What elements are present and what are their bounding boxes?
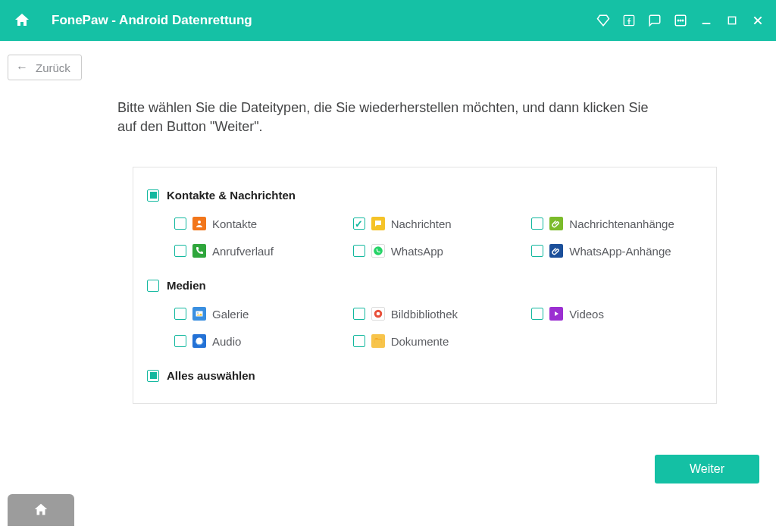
menu-icon[interactable] (673, 13, 688, 28)
item-galerie[interactable]: Galerie (174, 307, 346, 321)
back-label: Zurück (36, 61, 70, 74)
item-label: Galerie (212, 308, 249, 321)
checkbox[interactable] (174, 308, 186, 320)
back-button[interactable]: ← Zurück (8, 55, 82, 80)
item-label: WhatsApp (391, 245, 443, 258)
home-icon (33, 502, 49, 518)
item-bildbibliothek[interactable]: Bildbibliothek (353, 307, 524, 321)
section-media[interactable]: Medien (147, 279, 702, 292)
checkbox[interactable] (174, 245, 186, 257)
checkbox[interactable] (353, 245, 365, 257)
checkbox[interactable] (353, 335, 365, 347)
video-icon (549, 307, 563, 321)
svg-point-10 (374, 247, 383, 256)
photo-library-icon (371, 307, 385, 321)
message-icon (371, 217, 385, 230)
svg-point-15 (196, 338, 203, 345)
section-label: Medien (167, 279, 206, 292)
svg-point-4 (682, 20, 684, 21)
close-icon[interactable] (750, 13, 765, 28)
select-all[interactable]: Alles auswählen (147, 369, 702, 382)
checkbox[interactable] (353, 217, 365, 230)
item-anrufverlauf[interactable]: Anrufverlauf (174, 244, 346, 258)
diamond-icon[interactable] (596, 13, 611, 28)
checkbox[interactable] (174, 335, 186, 347)
svg-rect-6 (728, 17, 735, 23)
whatsapp-attachment-icon (549, 244, 563, 258)
minimize-icon[interactable] (699, 13, 714, 28)
audio-icon (192, 334, 206, 348)
section-contacts-messages[interactable]: Kontakte & Nachrichten (147, 189, 702, 202)
item-kontakte[interactable]: Kontakte (174, 217, 346, 230)
phone-icon (192, 244, 206, 258)
svg-point-9 (198, 221, 201, 224)
checkbox[interactable] (531, 217, 543, 230)
svg-point-3 (680, 20, 681, 21)
options-panel: Kontakte & Nachrichten Kontakte Nachrich… (133, 167, 717, 404)
section-label: Kontakte & Nachrichten (167, 189, 296, 202)
checkbox[interactable] (531, 245, 543, 257)
item-videos[interactable]: Videos (531, 307, 702, 321)
document-icon (371, 334, 385, 348)
titlebar: FonePaw - Android Datenrettung (0, 0, 776, 41)
feedback-icon[interactable] (647, 13, 662, 28)
item-audio[interactable]: Audio (174, 334, 346, 348)
item-label: Bildbibliothek (391, 308, 458, 321)
next-button[interactable]: Weiter (655, 455, 759, 483)
item-label: Videos (569, 308, 604, 321)
item-label: Dokumente (391, 335, 449, 348)
gallery-icon (192, 307, 206, 321)
whatsapp-icon (371, 244, 385, 258)
item-label: WhatsApp-Anhänge (569, 245, 671, 258)
maximize-icon[interactable] (724, 13, 740, 28)
item-whatsapp-anhaenge[interactable]: WhatsApp-Anhänge (531, 244, 702, 258)
select-all-label: Alles auswählen (167, 369, 255, 382)
bottom-home-tab[interactable] (8, 494, 74, 526)
item-nachrichten[interactable]: Nachrichten (353, 217, 524, 230)
home-icon[interactable] (11, 9, 33, 32)
item-label: Nachrichtenanhänge (569, 217, 674, 230)
checkbox-contacts-section[interactable] (147, 189, 159, 202)
checkbox-media-section[interactable] (147, 280, 159, 292)
facebook-icon[interactable] (621, 13, 637, 28)
item-label: Kontakte (212, 217, 257, 230)
item-label: Anrufverlauf (212, 245, 274, 258)
contact-icon (192, 217, 206, 230)
attachment-icon (549, 217, 563, 230)
checkbox[interactable] (174, 217, 186, 230)
item-label: Nachrichten (391, 217, 452, 230)
svg-point-14 (376, 312, 380, 316)
checkbox[interactable] (353, 308, 365, 320)
item-nachrichtenanhaenge[interactable]: Nachrichtenanhänge (531, 217, 702, 230)
item-dokumente[interactable]: Dokumente (353, 334, 524, 348)
svg-point-2 (677, 20, 679, 21)
svg-rect-16 (374, 340, 381, 343)
checkbox[interactable] (531, 308, 543, 320)
item-whatsapp[interactable]: WhatsApp (353, 244, 524, 258)
app-title: FonePaw - Android Datenrettung (52, 13, 252, 28)
instruction-text: Bitte wählen Sie die Dateitypen, die Sie… (117, 99, 659, 136)
item-label: Audio (212, 335, 241, 348)
checkbox-select-all[interactable] (147, 370, 159, 382)
arrow-left-icon: ← (16, 61, 28, 74)
svg-point-12 (197, 313, 199, 315)
